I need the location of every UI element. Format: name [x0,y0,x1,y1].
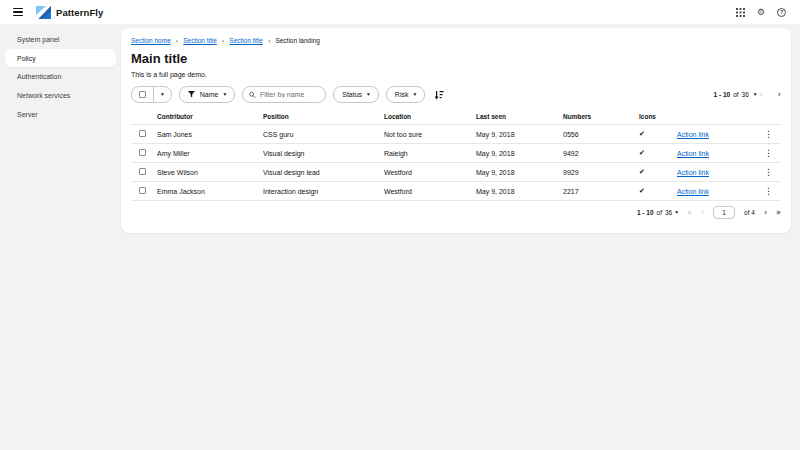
kebab-menu-icon[interactable]: ⋮ [758,163,781,182]
cell-numbers: 9929 [563,163,639,182]
status-filter-label: Status [342,91,362,98]
sidebar-item-server[interactable]: Server [0,105,121,124]
brand-name: PatternFly [56,7,103,18]
cell-position: CSS guru [263,125,384,144]
check-icon: ✔ [639,130,645,138]
next-page-button[interactable]: › [764,209,767,217]
pagination-range: 1 - 10 [714,91,731,98]
action-link[interactable]: Action link [677,131,709,138]
breadcrumb-link-section-title-1[interactable]: Section title [183,37,217,44]
breadcrumb: Section home › Section title › Section t… [131,37,781,44]
cell-contributor: Emma Jackson [157,182,263,201]
sort-button[interactable] [432,88,446,102]
pagination-bottom-menu[interactable]: 1 - 10 of 36 ▾ [637,209,678,216]
row-checkbox[interactable] [139,149,146,156]
filter-attribute-label: Name [200,91,219,98]
help-icon[interactable]: ? [777,8,786,17]
status-filter-dropdown[interactable]: Status ▾ [333,86,379,103]
cell-contributor: Amy Miller [157,144,263,163]
cell-location: Raleigh [384,144,476,163]
check-icon: ✔ [639,149,645,157]
cell-location: Not too sure [384,125,476,144]
row-checkbox[interactable] [139,187,146,194]
column-header-numbers: Numbers [563,110,639,125]
filter-icon [188,91,195,98]
pagination-total: 36 [742,91,749,98]
masthead: PatternFly ⚙ ? [0,0,800,24]
row-checkbox[interactable] [139,168,146,175]
caret-down-icon: ▾ [367,92,370,98]
search-icon [249,91,256,99]
caret-down-icon: ▾ [754,92,757,98]
table-row: Sam Jones CSS guru Not too sure May 9, 2… [131,125,781,144]
prev-page-button[interactable]: ‹ [701,209,704,217]
cell-numbers: 2217 [563,182,639,201]
breadcrumb-separator-icon: › [176,38,178,44]
gear-icon[interactable]: ⚙ [757,8,765,17]
cell-position: Visual design [263,144,384,163]
column-header-contributor: Contributor [157,110,263,125]
data-table: Contributor Position Location Last seen … [131,110,781,201]
cell-numbers: 9492 [563,144,639,163]
bulk-select-caret-button[interactable]: ▾ [153,87,171,102]
page-description: This is a full page demo. [131,71,781,78]
risk-filter-label: Risk [395,91,409,98]
column-header-position: Position [263,110,384,125]
breadcrumb-link-section-title-2[interactable]: Section title [229,37,263,44]
action-link[interactable]: Action link [677,169,709,176]
cell-last-seen: May 9, 2018 [476,144,563,163]
cell-last-seen: May 9, 2018 [476,163,563,182]
table-row: Emma Jackson Interaction design Westford… [131,182,781,201]
kebab-menu-icon[interactable]: ⋮ [758,182,781,201]
breadcrumb-current: Section landing [275,37,319,44]
risk-filter-dropdown[interactable]: Risk ▾ [386,86,425,103]
kebab-menu-icon[interactable]: ⋮ [758,125,781,144]
column-header-icons: Icons [639,110,677,125]
caret-down-icon: ▾ [223,92,226,98]
bulk-select-checkbox[interactable] [132,87,153,102]
action-link[interactable]: Action link [677,188,709,195]
name-filter-input[interactable] [260,91,319,98]
cell-contributor: Steve Wilson [157,163,263,182]
pagination-of-word: of [733,91,738,98]
name-filter-searchbox [242,86,326,103]
pagination-bottom: 1 - 10 of 36 ▾ « ‹ of 4 › » [131,206,781,219]
cell-last-seen: May 9, 2018 [476,182,563,201]
column-header-last-seen: Last seen [476,110,563,125]
row-checkbox[interactable] [139,130,146,137]
sidebar-item-network-services[interactable]: Network services [0,86,121,105]
cell-numbers: 0556 [563,125,639,144]
cell-position: Interaction design [263,182,384,201]
kebab-menu-icon[interactable]: ⋮ [758,144,781,163]
sidebar-item-system-panel[interactable]: System panel [0,30,121,49]
page-title: Main title [131,51,781,66]
cell-last-seen: May 9, 2018 [476,125,563,144]
menu-toggle-icon[interactable] [11,5,25,20]
current-page-input[interactable] [713,206,735,219]
caret-down-icon: ▾ [675,210,678,216]
filter-attribute-dropdown[interactable]: Name ▾ [179,86,235,103]
breadcrumb-separator-icon: › [268,38,270,44]
pagination-of-word: of [657,209,662,216]
prev-page-button[interactable]: ‹ [760,91,763,99]
sidebar-item-authentication[interactable]: Authentication [0,67,121,86]
pagination-top: 1 - 10 of 36 ▾ ‹ › [714,91,781,99]
caret-down-icon: ▾ [161,92,164,98]
sidebar-item-policy[interactable]: Policy [5,49,116,67]
breadcrumb-separator-icon: › [222,38,224,44]
table-row: Amy Miller Visual design Raleigh May 9, … [131,144,781,163]
cell-position: Visual design lead [263,163,384,182]
pagination-top-menu[interactable]: 1 - 10 of 36 ▾ [714,91,757,98]
sort-icon [434,90,444,100]
action-link[interactable]: Action link [677,150,709,157]
breadcrumb-link-section-home[interactable]: Section home [131,37,171,44]
column-header-location: Location [384,110,476,125]
bulk-select-control: ▾ [131,86,172,103]
pagination-total: 36 [665,209,672,216]
last-page-button[interactable]: » [776,209,781,217]
brand-logo[interactable]: PatternFly [36,6,103,19]
total-pages-label: of 4 [744,209,755,216]
first-page-button[interactable]: « [687,209,692,217]
next-page-button[interactable]: › [778,91,781,99]
app-launcher-icon[interactable] [736,8,745,17]
